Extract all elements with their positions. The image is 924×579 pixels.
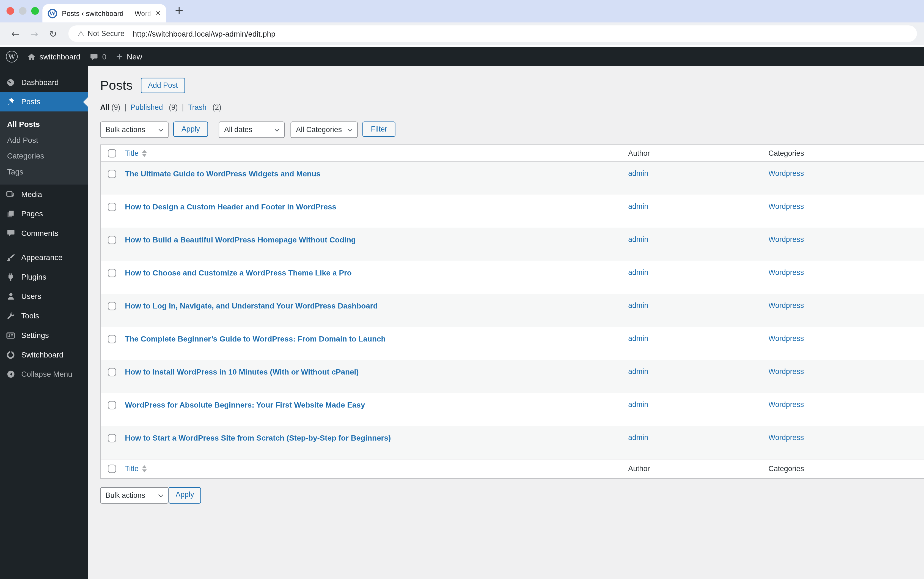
filter-button[interactable]: Filter	[362, 121, 396, 137]
post-author-link[interactable]: admin	[628, 301, 648, 309]
table-header-row: Title Author Categories	[101, 145, 924, 162]
table-footer-row: Title Author Categories	[101, 459, 924, 478]
post-category-link[interactable]: Wordpress	[768, 169, 804, 178]
tab-close-icon[interactable]: ✕	[155, 9, 161, 17]
admin-bar-new[interactable]: + New	[116, 51, 142, 62]
row-checkbox[interactable]	[108, 335, 116, 343]
row-checkbox[interactable]	[108, 368, 116, 376]
sidebar-item-media[interactable]: Media	[0, 185, 88, 204]
post-title-link[interactable]: The Complete Beginner’s Guide to WordPre…	[125, 334, 386, 343]
post-title-link[interactable]: The Ultimate Guide to WordPress Widgets …	[125, 169, 320, 178]
title-sort-link[interactable]: Title	[125, 149, 147, 157]
categories-filter-select[interactable]: All Categories	[291, 121, 358, 138]
view-separator: |	[182, 103, 184, 111]
sidebar-item-comments[interactable]: Comments	[0, 224, 88, 243]
select-all-checkbox[interactable]	[108, 465, 116, 473]
post-category-link[interactable]: Wordpress	[768, 433, 804, 442]
new-tab-button[interactable]: +	[174, 3, 184, 16]
post-author-link[interactable]: admin	[628, 169, 648, 178]
post-title-link[interactable]: WordPress for Absolute Beginners: Your F…	[125, 401, 365, 409]
new-label: New	[127, 52, 142, 61]
row-checkbox[interactable]	[108, 236, 116, 244]
apply-button-bottom[interactable]: Apply	[169, 487, 201, 504]
wordpress-favicon-icon: W	[48, 8, 57, 18]
bulk-actions-select[interactable]: Bulk actions	[100, 121, 169, 138]
view-trash-link[interactable]: Trash	[188, 103, 207, 111]
reload-icon[interactable]: ↻	[45, 28, 61, 39]
minimize-window-button[interactable]	[19, 7, 27, 15]
sidebar-item-switchboard[interactable]: Switchboard	[0, 345, 88, 365]
sidebar-item-dashboard[interactable]: Dashboard	[0, 73, 88, 92]
post-title-link[interactable]: How to Log In, Navigate, and Understand …	[125, 301, 378, 310]
current-menu-arrow	[78, 97, 88, 106]
row-checkbox[interactable]	[108, 401, 116, 409]
sidebar-item-users[interactable]: Users	[0, 286, 88, 306]
admin-bar-site-name[interactable]: switchboard	[27, 52, 81, 61]
post-title-link[interactable]: How to Build a Beautiful WordPress Homep…	[125, 235, 356, 244]
back-icon[interactable]: ←	[7, 28, 24, 39]
screen: W Posts ‹ switchboard — WordP ✕ + ← → ↻ …	[0, 0, 924, 579]
table-row: How to Choose and Customize a WordPress …	[101, 261, 924, 294]
browser-tab[interactable]: W Posts ‹ switchboard — WordP ✕	[42, 4, 166, 22]
post-category-link[interactable]: Wordpress	[768, 202, 804, 211]
post-category-link[interactable]: Wordpress	[768, 301, 804, 309]
post-category-link[interactable]: Wordpress	[768, 401, 804, 409]
table-row: How to Start a WordPress Site from Scrat…	[101, 426, 924, 459]
admin-bar-comments[interactable]: 0	[90, 52, 107, 61]
view-published-link[interactable]: Published	[130, 103, 163, 111]
sidebar-item-settings[interactable]: Settings	[0, 325, 88, 345]
sidebar-item-posts[interactable]: Posts	[0, 92, 88, 111]
add-post-button[interactable]: Add Post	[141, 78, 185, 93]
sidebar-item-tools[interactable]: Tools	[0, 306, 88, 325]
row-checkbox[interactable]	[108, 269, 116, 277]
dates-filter-select[interactable]: All dates	[219, 121, 285, 138]
sidebar-item-plugins[interactable]: Plugins	[0, 267, 88, 287]
submenu-item-add-post[interactable]: Add Post	[0, 132, 88, 148]
submenu-item-all-posts[interactable]: All Posts	[0, 116, 88, 132]
url-text[interactable]: http://switchboard.local/wp-admin/edit.p…	[133, 29, 275, 38]
apply-button[interactable]: Apply	[173, 121, 208, 137]
close-window-button[interactable]	[7, 7, 14, 15]
bulk-actions-select-bottom[interactable]: Bulk actions	[100, 487, 169, 504]
row-checkbox[interactable]	[108, 302, 116, 310]
post-category-link[interactable]: Wordpress	[768, 268, 804, 276]
row-checkbox[interactable]	[108, 434, 116, 442]
post-author-link[interactable]: admin	[628, 401, 648, 409]
select-all-checkbox[interactable]	[108, 149, 116, 157]
post-title-link[interactable]: How to Install WordPress in 10 Minutes (…	[125, 367, 359, 376]
zoom-window-button[interactable]	[31, 7, 39, 15]
table-row: How to Build a Beautiful WordPress Homep…	[101, 227, 924, 261]
sidebar-item-appearance[interactable]: Appearance	[0, 248, 88, 267]
sidebar-item-collapse-menu[interactable]: Collapse Menu	[0, 364, 88, 384]
submenu-item-tags[interactable]: Tags	[0, 164, 88, 180]
post-title-link[interactable]: How to Design a Custom Header and Footer…	[125, 202, 336, 211]
forward-icon[interactable]: →	[26, 28, 42, 39]
post-title-link[interactable]: How to Choose and Customize a WordPress …	[125, 268, 352, 277]
wordpress-logo-icon[interactable]: W	[6, 51, 18, 62]
post-author-link[interactable]: admin	[628, 235, 648, 244]
sidebar-item-label: Pages	[21, 209, 43, 218]
post-author-link[interactable]: admin	[628, 433, 648, 442]
media-icon	[0, 190, 21, 199]
row-checkbox[interactable]	[108, 170, 116, 178]
post-title-link[interactable]: How to Start a WordPress Site from Scrat…	[125, 433, 391, 442]
view-separator: |	[125, 103, 127, 111]
view-count: (9)	[169, 103, 178, 111]
post-author-link[interactable]: admin	[628, 367, 648, 376]
sidebar-item-pages[interactable]: Pages	[0, 204, 88, 224]
post-category-link[interactable]: Wordpress	[768, 367, 804, 376]
post-category-link[interactable]: Wordpress	[768, 334, 804, 343]
post-author-link[interactable]: admin	[628, 202, 648, 211]
title-sort-link[interactable]: Title	[125, 465, 147, 473]
post-category-link[interactable]: Wordpress	[768, 235, 804, 244]
page-title: Posts	[100, 78, 132, 93]
security-label[interactable]: Not Secure	[88, 29, 125, 38]
post-author-link[interactable]: admin	[628, 268, 648, 276]
site-name-label: switchboard	[40, 52, 81, 61]
browser-tabstrip: W Posts ‹ switchboard — WordP ✕ +	[0, 0, 924, 22]
row-checkbox[interactable]	[108, 203, 116, 211]
submenu-item-categories[interactable]: Categories	[0, 148, 88, 164]
view-all-link[interactable]: All(9)	[100, 103, 120, 111]
post-author-link[interactable]: admin	[628, 334, 648, 343]
address-bar[interactable]: ⚠ Not Secure http://switchboard.local/wp…	[68, 25, 917, 42]
